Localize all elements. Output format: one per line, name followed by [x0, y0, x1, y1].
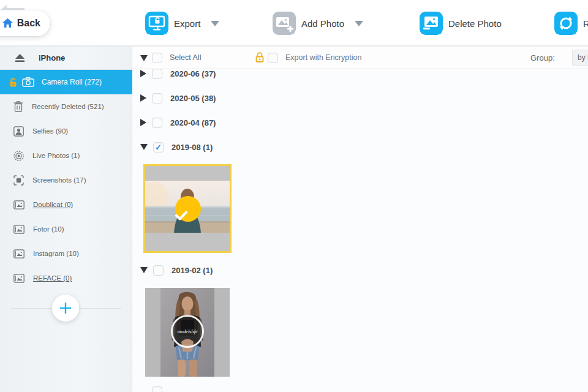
photo-thumbnail-beach[interactable] [143, 164, 232, 253]
sidebar-item-live-photos[interactable]: Live Photos (1) [0, 143, 132, 168]
eject-icon [15, 54, 25, 62]
sidebar-item-label: Live Photos (1) [32, 152, 80, 159]
screenshot-icon [13, 175, 24, 186]
sidebar-item-selfies[interactable]: Selfies (90) [0, 119, 132, 143]
home-icon [2, 18, 13, 28]
app-window: Back Export Add Photo [0, 0, 588, 392]
sidebar-item-label: REFACE (0) [33, 274, 72, 282]
refresh-button[interactable]: Refresh [554, 12, 588, 35]
group-select[interactable]: by Month [572, 50, 588, 66]
group-label-text: 2019-08 (1) [172, 143, 213, 152]
group-label-text: 2020-06 (37) [170, 69, 216, 78]
chevron-down-icon[interactable] [211, 21, 219, 26]
delete-photo-label: Delete Photo [448, 18, 502, 29]
toolbar: Back Export Add Photo [0, 0, 588, 47]
sidebar-item-label: Doublicat (0) [33, 201, 73, 208]
sidebar-item-label: Camera Roll (272) [42, 78, 102, 86]
group-label: Group: [530, 53, 555, 62]
add-photo-icon [273, 12, 296, 35]
expand-arrow-icon[interactable] [140, 94, 146, 102]
add-album-button[interactable] [52, 295, 79, 322]
add-photo-label: Add Photo [301, 18, 344, 29]
device-header[interactable]: iPhone [0, 47, 132, 70]
photo-group-row-2019-08: 2019-08 (1) [140, 135, 213, 159]
album-icon [13, 200, 24, 209]
camera-icon [22, 77, 34, 87]
refresh-label: Refresh [583, 18, 588, 29]
encryption-lock-icon [255, 52, 264, 62]
add-photo-button[interactable]: Add Photo [273, 12, 363, 35]
sidebar-item-label: Fotor (10) [33, 225, 64, 233]
group-checkbox[interactable] [152, 118, 162, 128]
watermark-text: modelslife [178, 329, 198, 334]
sidebar-item-label: Screenshots (17) [32, 176, 86, 184]
sidebar-item-recently-deleted[interactable]: Recently Deleted (521) [0, 94, 132, 119]
collapse-arrow-icon[interactable] [140, 267, 148, 273]
sidebar-item-camera-roll[interactable]: Camera Roll (272) [0, 70, 132, 94]
sidebar-item-label: Recently Deleted (521) [32, 103, 104, 110]
encryption-checkbox[interactable] [268, 53, 278, 63]
photo-group-row-2019-02: 2019-02 (1) [140, 258, 213, 282]
sidebar-item-fotor[interactable]: Fotor (10) [0, 217, 132, 241]
sidebar-item-label: Instagram (10) [33, 250, 79, 257]
delete-photo-button[interactable]: Delete Photo [420, 12, 502, 35]
chevron-down-icon[interactable] [355, 21, 363, 26]
lock-icon [9, 78, 17, 87]
album-icon [13, 225, 24, 234]
sidebar-item-screenshots[interactable]: Screenshots (17) [0, 168, 132, 192]
watermark-circle: modelslife [171, 315, 204, 348]
add-album-area [0, 295, 132, 322]
album-icon [13, 274, 24, 283]
sidebar: iPhone Camera Roll (272) [0, 47, 132, 392]
back-button[interactable]: Back [0, 10, 50, 36]
export-icon [145, 12, 168, 35]
photo-thumbnail-portrait[interactable]: modelslife [145, 288, 230, 377]
group-checkbox[interactable] [153, 142, 164, 153]
refresh-icon [554, 12, 578, 35]
delete-photo-icon [420, 12, 443, 35]
export-label: Export [174, 18, 200, 29]
collapse-arrow-icon[interactable] [140, 144, 148, 150]
expand-arrow-icon[interactable] [140, 70, 146, 77]
group-label-text: 2020-05 (38) [170, 94, 216, 103]
encryption-label: Export with Encryption [285, 53, 361, 62]
sidebar-item-label: Selfies (90) [32, 127, 68, 135]
sidebar-item-instagram[interactable]: Instagram (10) [0, 241, 132, 266]
device-label: iPhone [39, 53, 65, 62]
select-all-label: Select All [170, 53, 201, 62]
sidebar-item-doublicat[interactable]: Doublicat (0) [0, 192, 132, 217]
plus-icon [59, 302, 72, 314]
select-all-dropdown-arrow[interactable] [140, 55, 148, 61]
album-icon [13, 249, 24, 258]
person-icon [13, 126, 24, 137]
group-label-text: 2020-04 (87) [170, 118, 216, 127]
back-label: Back [17, 18, 40, 29]
photo-group-row-2020-04: 2020-04 (87) [140, 110, 216, 135]
sidebar-item-reface[interactable]: REFACE (0) [0, 266, 132, 290]
expand-arrow-icon[interactable] [140, 119, 146, 126]
group-checkbox[interactable] [153, 265, 164, 276]
trash-icon [13, 101, 23, 112]
group-checkbox-partial[interactable] [152, 386, 162, 392]
export-button[interactable]: Export [145, 12, 219, 35]
selected-check-icon [175, 196, 201, 222]
select-all-checkbox[interactable] [152, 53, 162, 63]
live-photo-icon [13, 151, 24, 161]
photo-group-row-2020-05: 2020-05 (38) [140, 86, 216, 110]
group-checkbox[interactable] [152, 93, 162, 104]
group-checkbox[interactable] [152, 69, 162, 79]
group-label-text: 2019-02 (1) [172, 266, 213, 275]
